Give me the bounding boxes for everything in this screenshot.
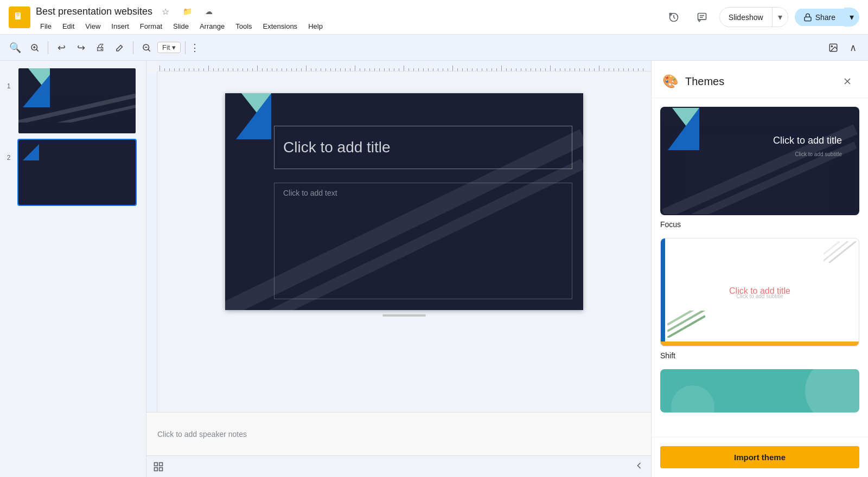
svg-rect-0 bbox=[15, 12, 21, 20]
star-icon[interactable]: ☆ bbox=[157, 3, 174, 20]
speaker-notes-placeholder: Click to add speaker notes bbox=[157, 430, 247, 439]
slide-panel-bottom bbox=[146, 455, 651, 477]
toolbar-divider-2 bbox=[133, 41, 133, 54]
menu-bar: File Edit View Insert Format Slide Arran… bbox=[36, 21, 327, 31]
menu-slide[interactable]: Slide bbox=[169, 21, 193, 31]
menu-tools[interactable]: Tools bbox=[231, 21, 256, 31]
toolbar-right: ∧ bbox=[825, 39, 861, 56]
theme-thumb-shift: Click to add title Click to add subtitle bbox=[660, 238, 859, 346]
svg-rect-1 bbox=[16, 14, 20, 15]
zoom-selector[interactable]: Fit ▾ bbox=[157, 42, 181, 53]
title-left: Best presentation websites ☆ 📁 ☁ File Ed… bbox=[9, 3, 327, 31]
svg-rect-23 bbox=[159, 462, 163, 466]
slide-title-box[interactable]: Click to add title bbox=[274, 126, 572, 169]
svg-line-14 bbox=[148, 49, 150, 51]
theme-item-shift[interactable]: Click to add title Click to add subtitle… bbox=[660, 238, 859, 360]
grid-view-button[interactable] bbox=[153, 461, 164, 472]
svg-line-30 bbox=[829, 241, 856, 263]
ruler-ticks bbox=[157, 61, 651, 71]
theme-item-focus[interactable]: Click to add title Click to add subtitle… bbox=[660, 107, 859, 229]
focus-slide-subtitle: Click to add subtitle bbox=[795, 151, 842, 157]
horizontal-scrollbar[interactable] bbox=[382, 314, 426, 317]
menu-view[interactable]: View bbox=[81, 21, 105, 31]
menu-help[interactable]: Help bbox=[304, 21, 327, 31]
slide-body-box[interactable]: Click to add text bbox=[274, 183, 572, 299]
slide-body-text: Click to add text bbox=[283, 189, 337, 197]
more-options-button[interactable]: ⋮ bbox=[190, 42, 200, 54]
slideshow-button[interactable]: Slideshow ▾ bbox=[719, 7, 788, 27]
slide-number-2: 2 bbox=[4, 154, 13, 162]
paint-format-button[interactable] bbox=[111, 39, 129, 56]
title-bar: Best presentation websites ☆ 📁 ☁ File Ed… bbox=[0, 0, 868, 35]
svg-point-17 bbox=[831, 46, 832, 47]
menu-extensions[interactable]: Extensions bbox=[259, 21, 302, 31]
share-label: Share bbox=[795, 9, 844, 26]
slide-item-2[interactable]: 2 bbox=[4, 139, 142, 206]
undo-button[interactable]: ↩ bbox=[53, 39, 70, 56]
themes-palette-icon: 🎨 bbox=[662, 74, 679, 89]
theme-item-partial[interactable] bbox=[660, 369, 859, 412]
zoom-in-button[interactable] bbox=[26, 39, 43, 56]
title-right: Slideshow ▾ Share ▾ bbox=[663, 7, 859, 28]
svg-line-10 bbox=[36, 49, 39, 51]
collapse-panel-button[interactable] bbox=[634, 460, 644, 473]
theme-thumb-partial bbox=[660, 369, 859, 412]
menu-insert[interactable]: Insert bbox=[107, 21, 133, 31]
svg-rect-24 bbox=[155, 467, 158, 470]
shift-bottom-border bbox=[661, 341, 859, 346]
themes-panel: 🎨 Themes Click to bbox=[651, 61, 868, 477]
partial-circle-deco bbox=[805, 369, 859, 412]
slide-number-1: 1 bbox=[4, 82, 13, 90]
slideshow-label: Slideshow bbox=[720, 9, 772, 26]
doc-title: Best presentation websites bbox=[36, 6, 152, 17]
slide-thumb-inner-2 bbox=[18, 140, 136, 205]
canvas-scroll[interactable]: Click to add title Click to add text bbox=[146, 72, 651, 412]
image-button[interactable] bbox=[825, 39, 842, 56]
toolbar-divider-3 bbox=[185, 41, 186, 54]
themes-footer: Import theme bbox=[652, 437, 868, 477]
themes-close-button[interactable] bbox=[838, 72, 857, 91]
slide-canvas[interactable]: Click to add title Click to add text bbox=[225, 93, 583, 310]
main-layout: 1 2 bbox=[0, 61, 868, 477]
partial-circle-deco-2 bbox=[671, 385, 714, 412]
speaker-notes[interactable]: Click to add speaker notes bbox=[146, 412, 651, 455]
menu-edit[interactable]: Edit bbox=[58, 21, 79, 31]
slide-item-1[interactable]: 1 bbox=[4, 67, 142, 134]
zoom-out-button[interactable] bbox=[138, 39, 155, 56]
focus-slide-title: Click to add title bbox=[773, 135, 842, 146]
canvas-content: Click to add title Click to add text bbox=[146, 72, 651, 412]
menu-arrange[interactable]: Arrange bbox=[195, 21, 229, 31]
print-button[interactable]: 🖨 bbox=[92, 39, 109, 56]
history-button[interactable] bbox=[663, 7, 685, 28]
slide-thumb-inner-1 bbox=[18, 68, 136, 133]
slideshow-dropdown-icon[interactable]: ▾ bbox=[772, 8, 788, 27]
toolbar: 🔍 ↩ ↪ 🖨 Fit ▾ ⋮ ∧ bbox=[0, 35, 868, 61]
comments-button[interactable] bbox=[691, 7, 713, 28]
import-theme-button[interactable]: Import theme bbox=[660, 446, 859, 468]
ruler-horizontal bbox=[157, 61, 651, 72]
svg-rect-3 bbox=[16, 16, 18, 17]
folder-icon[interactable]: 📁 bbox=[178, 3, 196, 20]
slide-title-text: Click to add title bbox=[283, 139, 391, 156]
share-dropdown-icon[interactable]: ▾ bbox=[844, 8, 859, 27]
search-button[interactable]: 🔍 bbox=[7, 39, 24, 56]
theme-name-shift: Shift bbox=[660, 351, 675, 360]
redo-button[interactable]: ↪ bbox=[72, 39, 90, 56]
svg-rect-22 bbox=[155, 462, 158, 466]
themes-title-wrap: 🎨 Themes bbox=[662, 74, 724, 89]
themes-header: 🎨 Themes bbox=[652, 61, 868, 98]
share-button[interactable]: Share ▾ bbox=[795, 8, 859, 27]
menu-file[interactable]: File bbox=[36, 21, 56, 31]
menu-format[interactable]: Format bbox=[136, 21, 167, 31]
app-icon bbox=[9, 7, 30, 28]
canvas-area: Click to add title Click to add text Cli… bbox=[146, 61, 651, 477]
slide-thumb-1[interactable] bbox=[17, 67, 137, 134]
toolbar-divider-1 bbox=[48, 41, 48, 54]
collapse-button[interactable]: ∧ bbox=[844, 39, 861, 56]
themes-title: Themes bbox=[685, 75, 724, 88]
svg-rect-2 bbox=[16, 15, 20, 16]
themes-list: Click to add title Click to add subtitle… bbox=[652, 98, 868, 437]
svg-rect-25 bbox=[159, 467, 163, 470]
cloud-icon[interactable]: ☁ bbox=[200, 3, 218, 20]
slide-thumb-2[interactable] bbox=[17, 139, 137, 206]
